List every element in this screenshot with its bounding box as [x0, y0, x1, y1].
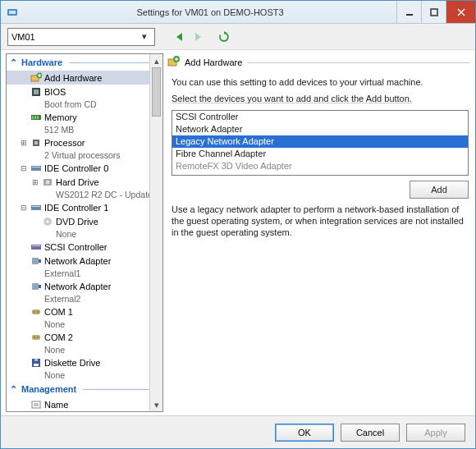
- close-button[interactable]: [446, 1, 475, 23]
- device-listbox[interactable]: SCSI ControllerNetwork AdapterLegacy Net…: [172, 110, 469, 176]
- svg-rect-43: [34, 364, 39, 366]
- cancel-button[interactable]: Cancel: [341, 424, 400, 442]
- tree-item[interactable]: Network Adapter: [7, 279, 162, 293]
- tree-item[interactable]: ⊞Processor: [7, 135, 162, 149]
- tree-item-subtext: 2 Virtual processors: [7, 149, 162, 161]
- scroll-down-icon[interactable]: ▾: [150, 398, 162, 411]
- svg-rect-32: [39, 259, 41, 263]
- hdd-icon: [41, 176, 54, 189]
- device-option[interactable]: SCSI Controller: [172, 111, 468, 123]
- svg-rect-3: [431, 9, 437, 16]
- body: ⌃HardwareAdd HardwareBIOSBoot from CDMem…: [1, 50, 475, 415]
- window-title: Settings for VM01 on DEMO-HOST3: [24, 1, 396, 23]
- tree-item-subtext: None: [7, 318, 162, 330]
- scroll-thumb[interactable]: [152, 67, 161, 117]
- com-icon: [30, 331, 43, 344]
- pane-instruction-1: You can use this setting to add devices …: [172, 76, 469, 88]
- vm-selector-value: VM01: [11, 32, 35, 42]
- collapse-icon[interactable]: ⊟: [18, 204, 30, 212]
- tree-item[interactable]: Memory: [7, 110, 162, 124]
- tree-scrollbar[interactable]: ▴ ▾: [149, 54, 162, 411]
- svg-point-28: [47, 220, 49, 222]
- nic-icon: [30, 254, 43, 268]
- tree-item[interactable]: Name: [7, 397, 162, 411]
- ok-button[interactable]: OK: [275, 424, 334, 442]
- bios-icon: [30, 85, 43, 99]
- add-button[interactable]: Add: [410, 181, 469, 199]
- ide-icon: [30, 201, 43, 214]
- tree-item-subtext: External2: [7, 293, 162, 305]
- tree-item-label: Add Hardware: [44, 73, 102, 83]
- tree-item-subtext: None: [7, 369, 162, 381]
- tree-item-label: Hard Drive: [56, 177, 99, 187]
- tree-item[interactable]: COM 1: [7, 305, 162, 318]
- svg-marker-6: [176, 33, 182, 41]
- scsi-icon: [30, 241, 43, 254]
- tree-item-label: DVD Drive: [56, 217, 98, 227]
- cpu-icon: [30, 136, 43, 149]
- section-header-management[interactable]: ⌃Management: [7, 381, 162, 397]
- maximize-button[interactable]: [421, 1, 446, 23]
- expand-icon[interactable]: ⊞: [30, 178, 41, 186]
- collapse-icon[interactable]: ⊟: [18, 164, 30, 172]
- svg-rect-26: [32, 206, 40, 207]
- tree-item-label: Name: [44, 400, 68, 410]
- svg-rect-14: [34, 89, 39, 94]
- svg-point-37: [37, 311, 39, 313]
- svg-point-36: [34, 311, 35, 313]
- device-option[interactable]: Fibre Channel Adapter: [172, 148, 468, 160]
- device-option[interactable]: Legacy Network Adapter: [172, 135, 468, 148]
- device-option: RemoteFX 3D Video Adapter: [172, 160, 468, 172]
- name-icon: [30, 398, 43, 411]
- tree-item-label: BIOS: [44, 87, 66, 97]
- scroll-up-icon[interactable]: ▴: [150, 54, 162, 67]
- svg-rect-31: [32, 258, 39, 264]
- minimize-button[interactable]: [396, 1, 421, 23]
- tree-item-label: Diskette Drive: [44, 358, 100, 368]
- nav-back-button[interactable]: [173, 30, 186, 44]
- svg-rect-1: [9, 11, 16, 14]
- chevron-up-icon: ⌃: [10, 57, 18, 68]
- svg-rect-18: [37, 116, 39, 119]
- tree-item[interactable]: BIOS: [7, 85, 162, 99]
- svg-rect-2: [406, 14, 413, 16]
- svg-rect-38: [32, 335, 40, 340]
- svg-rect-35: [32, 309, 40, 314]
- memory-icon: [30, 111, 43, 124]
- device-option[interactable]: Network Adapter: [172, 123, 468, 135]
- add-hardware-icon: [167, 56, 180, 69]
- nav-forward-button[interactable]: [191, 30, 204, 44]
- refresh-button[interactable]: [217, 30, 231, 44]
- tree-item[interactable]: Network Adapter: [7, 254, 162, 268]
- tree-item-subtext: None: [7, 344, 162, 355]
- tree-item[interactable]: Add Hardware: [7, 71, 162, 85]
- expand-icon[interactable]: ⊞: [18, 139, 30, 147]
- tree-item-label: COM 2: [44, 332, 73, 342]
- vm-selector[interactable]: VM01 ▾: [7, 28, 155, 46]
- svg-rect-25: [31, 205, 41, 210]
- tree-item-label: Network Adapter: [44, 282, 111, 291]
- svg-rect-30: [32, 245, 40, 246]
- tree-item[interactable]: Diskette Drive: [7, 355, 162, 369]
- tree-item[interactable]: COM 2: [7, 330, 162, 344]
- tree-item-label: Network Adapter: [44, 256, 111, 266]
- tree-item[interactable]: ⊟IDE Controller 0: [7, 161, 162, 175]
- tree-item[interactable]: ⊟IDE Controller 1: [7, 200, 162, 214]
- apply-button[interactable]: Apply: [406, 424, 465, 442]
- svg-rect-33: [32, 283, 39, 290]
- svg-rect-22: [32, 167, 40, 167]
- vm-settings-icon: [1, 1, 24, 23]
- svg-rect-16: [32, 116, 34, 119]
- svg-marker-7: [195, 33, 201, 41]
- svg-rect-42: [34, 359, 38, 361]
- tree-item-subtext: WS2012 R2 DC - Update - ...: [7, 189, 162, 200]
- svg-rect-29: [31, 245, 41, 250]
- tree-item[interactable]: ⊞Hard Drive: [7, 175, 162, 189]
- dvd-icon: [41, 215, 54, 228]
- tree-item[interactable]: DVD Drive: [7, 214, 162, 228]
- tree-item[interactable]: SCSI Controller: [7, 240, 162, 254]
- section-header-hardware[interactable]: ⌃Hardware: [7, 54, 162, 71]
- settings-window: Settings for VM01 on DEMO-HOST3 VM01 ▾ ⌃…: [0, 0, 476, 449]
- toolbar: VM01 ▾: [1, 24, 475, 50]
- chevron-down-icon: ▾: [138, 31, 151, 42]
